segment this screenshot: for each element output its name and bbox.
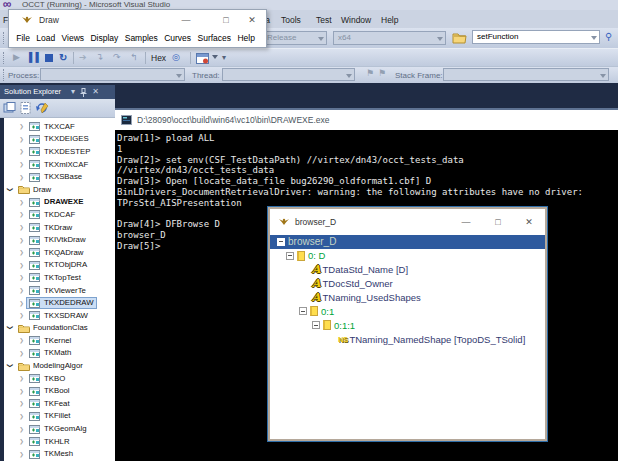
chevron-collapsed-icon[interactable]: ❯ [17, 451, 26, 457]
draw-menu-curves[interactable]: Curves [161, 33, 194, 43]
hex-button[interactable]: Hex [151, 53, 166, 63]
close-icon[interactable]: ✕ [92, 85, 99, 99]
flag-icon[interactable]: ⚑ [378, 68, 386, 78]
stack-frame-combobox[interactable] [443, 68, 609, 81]
browser-tree-item[interactable]: ATNaming_UsedShapes [270, 291, 545, 305]
chevron-collapsed-icon[interactable]: ❯ [17, 312, 26, 318]
tree-item-tkhlr[interactable]: ❯TKHLR [4, 435, 115, 448]
tree-item-tkdraw[interactable]: ❯TKDraw [4, 221, 115, 234]
tree-item-drawexe[interactable]: ❯DRAWEXE [4, 196, 115, 209]
chevron-expanded-icon[interactable]: ❯ [7, 361, 14, 370]
step-into-button[interactable]: ↴ [96, 52, 104, 62]
minimize-button[interactable]: — [459, 209, 473, 235]
browser-tree-item[interactable]: ATDocStd_Owner [270, 277, 545, 291]
draw-menu-samples[interactable]: Samples [122, 33, 161, 43]
breakpoints-button[interactable]: ◎ [172, 52, 180, 62]
browser-tree-item[interactable]: 0: D [270, 249, 545, 263]
browser-root-item[interactable]: browser_D [270, 235, 545, 249]
tree-item-tkqadraw[interactable]: ❯TKQADraw [4, 246, 115, 259]
maximize-button[interactable]: □ [219, 10, 233, 29]
tree-item-tkxdeiges[interactable]: ❯TKXDEIGES [4, 133, 115, 146]
tree-item-tkbo[interactable]: ❯TKBO [4, 372, 115, 385]
expander-icon[interactable] [286, 252, 294, 260]
chevron-collapsed-icon[interactable]: ❯ [17, 287, 26, 293]
tree-item-tkxdestep[interactable]: ❯TKXDESTEP [4, 145, 115, 158]
vs-menu-window[interactable]: Window [341, 15, 371, 25]
close-button[interactable]: ✕ [245, 10, 259, 29]
tree-item-tkviewerte[interactable]: ❯TKViewerTe [4, 284, 115, 297]
restart-button[interactable]: ↻ [59, 52, 67, 63]
properties-icon[interactable] [3, 102, 16, 114]
expander-icon[interactable] [312, 321, 320, 329]
chevron-collapsed-icon[interactable]: ❯ [17, 237, 26, 243]
tree-item-tkdcaf[interactable]: ❯TKDCAF [4, 208, 115, 221]
process-combobox[interactable] [40, 68, 185, 81]
draw-menu-file[interactable]: File [13, 33, 33, 43]
solution-explorer-header[interactable]: Solution Explorer ▾ ✕ [0, 85, 115, 99]
browser-tree-item[interactable]: ATDataStd_Name [D] [270, 263, 545, 277]
chevron-collapsed-icon[interactable]: ❯ [17, 249, 26, 255]
find-icon[interactable]: ⚲ [605, 31, 612, 42]
tree-item-tkxdedraw[interactable]: ❯TKXDEDRAW [4, 296, 115, 309]
chevron-collapsed-icon[interactable]: ❯ [17, 123, 26, 129]
chevron-collapsed-icon[interactable]: ❯ [17, 199, 26, 205]
tree-item-tkxsdraw[interactable]: ❯TKXSDRAW [4, 309, 115, 322]
tree-item-tkbool[interactable]: ❯TKBool [4, 384, 115, 397]
expander-icon[interactable] [299, 307, 307, 315]
chevron-collapsed-icon[interactable]: ❯ [17, 350, 26, 356]
folder-icon[interactable] [452, 31, 467, 44]
chevron-collapsed-icon[interactable]: ❯ [17, 148, 26, 154]
tree-item-tkmesh[interactable]: ❯TKMesh [4, 447, 115, 460]
browser-tree-item[interactable]: 0:1:1 [270, 318, 545, 332]
chevron-collapsed-icon[interactable]: ❯ [17, 413, 26, 419]
output-window-button[interactable] [196, 53, 209, 64]
chevron-collapsed-icon[interactable]: ❯ [17, 337, 26, 343]
draw-titlebar[interactable]: Draw — □ ✕ [9, 10, 266, 29]
continue-button[interactable]: ▶ [13, 52, 20, 62]
platform-combobox[interactable]: x64 [333, 31, 446, 45]
chevron-collapsed-icon[interactable]: ❯ [17, 375, 26, 381]
draw-menu-display[interactable]: Display [87, 33, 121, 43]
chevron-collapsed-icon[interactable]: ❯ [17, 211, 26, 217]
dropdown-caret[interactable] [212, 55, 218, 59]
tree-item-tkxmlxcaf[interactable]: ❯TKXmlXCAF [4, 158, 115, 171]
browser-tree-item[interactable]: 0:1 [270, 304, 545, 318]
tree-item-modelingalgor[interactable]: ❯ModelingAlgor [4, 359, 115, 372]
tree-item-tkfeat[interactable]: ❯TKFeat [4, 397, 115, 410]
chevron-collapsed-icon[interactable]: ❯ [17, 388, 26, 394]
chevron-collapsed-icon[interactable]: ❯ [17, 161, 26, 167]
chevron-collapsed-icon[interactable]: ❯ [17, 274, 26, 280]
browser-titlebar[interactable]: browser_D — □ ✕ [270, 209, 545, 235]
tree-item-tkmath[interactable]: ❯TKMath [4, 347, 115, 360]
show-next-statement-button[interactable]: ➔ [79, 52, 87, 62]
browser-tree-item[interactable]: NSTNaming_NamedShape [TopoDS_TSolid] [270, 332, 545, 346]
tree-item-tkgeomalg[interactable]: ❯TKGeomAlg [4, 422, 115, 435]
refresh-icon[interactable] [36, 102, 49, 114]
tree-item-tktobjdra[interactable]: ❯TKTObjDRA [4, 259, 115, 272]
vs-menu-help[interactable]: Help [381, 15, 398, 25]
draw-menu-views[interactable]: Views [58, 33, 87, 43]
chevron-collapsed-icon[interactable]: ❯ [17, 426, 26, 432]
show-all-files-icon[interactable] [20, 102, 32, 114]
chevron-collapsed-icon[interactable]: ❯ [17, 224, 26, 230]
draw-menu-help[interactable]: Help [234, 33, 258, 43]
draw-menu-surfaces[interactable]: Surfaces [194, 33, 234, 43]
window-position-caret-icon[interactable]: ▾ [71, 85, 75, 99]
chevron-collapsed-icon[interactable]: ❯ [17, 300, 26, 306]
search-combobox[interactable]: setFunction [472, 30, 600, 44]
draw-menu-load[interactable]: Load [33, 33, 58, 43]
vs-menu-test[interactable]: Test [316, 15, 332, 25]
minimize-button[interactable]: — [179, 10, 193, 29]
chevron-expanded-icon[interactable]: ❯ [7, 323, 14, 332]
pin-icon[interactable] [80, 88, 87, 98]
thread-combobox[interactable] [222, 68, 355, 81]
console-titlebar[interactable]: D:\28090\occt\build\win64\vc10\bin\DRAWE… [115, 110, 618, 130]
tree-item-tkxsbase[interactable]: ❯TKXSBase [4, 170, 115, 183]
stop-button[interactable] [45, 54, 53, 62]
close-button[interactable]: ✕ [522, 209, 536, 235]
chevron-collapsed-icon[interactable]: ❯ [17, 174, 26, 180]
expander-icon[interactable] [277, 238, 285, 246]
chevron-collapsed-icon[interactable]: ❯ [17, 136, 26, 142]
step-out-button[interactable]: ↰ [130, 52, 138, 62]
configuration-combobox[interactable]: Release [262, 31, 327, 45]
